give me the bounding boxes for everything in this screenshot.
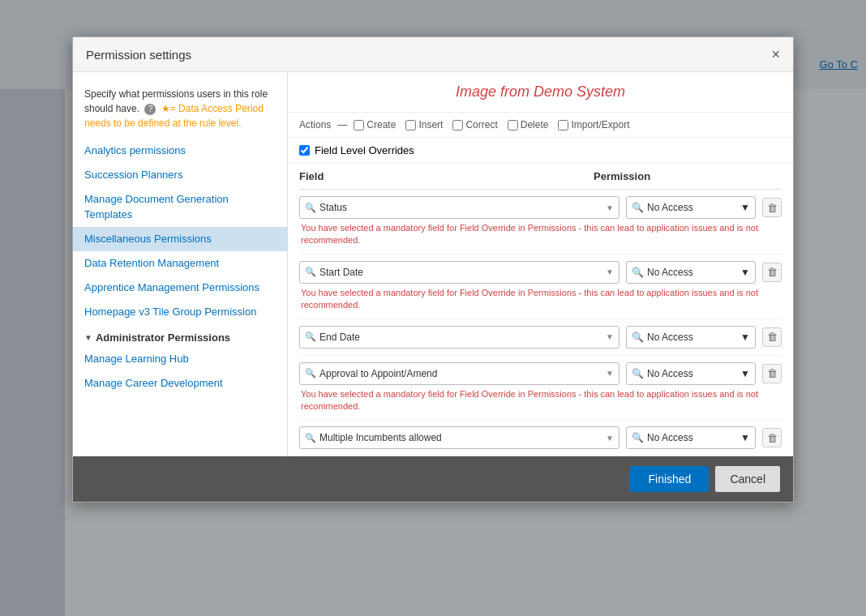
chevron-down-icon: ▼ [606, 267, 614, 276]
enddate-field-value: End Date [319, 332, 360, 343]
chevron-down-icon: ▼ [740, 332, 750, 343]
incumbents-delete-button[interactable]: 🗑 [762, 428, 782, 447]
action-checkboxes: Create Insert Correct Delete [354, 119, 629, 130]
approval-field-value: Approval to Appoint/Amend [319, 368, 437, 379]
importexport-label: Import/Export [571, 119, 629, 130]
modal-sidebar: Specify what permissions users in this r… [73, 72, 288, 456]
dash-separator: — [337, 119, 347, 130]
startdate-delete-button[interactable]: 🗑 [762, 263, 782, 282]
table-row: 🔍 Start Date ▼ 🔍 No Access ▼ [299, 255, 782, 319]
startdate-field-select[interactable]: 🔍 Start Date ▼ [299, 261, 619, 284]
magnifier-icon: 🔍 [305, 332, 316, 342]
cancel-button[interactable]: Cancel [715, 466, 780, 492]
magnifier-icon: 🔍 [632, 368, 644, 379]
table-row: 🔍 Multiple Incumbents allowed ▼ 🔍 No Acc… [299, 420, 782, 456]
enddate-field-select[interactable]: 🔍 End Date ▼ [299, 326, 619, 349]
status-permission-select[interactable]: 🔍 No Access ▼ [626, 196, 756, 219]
sidebar-link-succession[interactable]: Succession Planners [73, 163, 287, 187]
startdate-permission-select[interactable]: 🔍 No Access ▼ [626, 261, 756, 284]
modal-footer: Finished Cancel [73, 456, 793, 502]
field-table: Field Permission 🔍 Status [288, 164, 793, 456]
row-incumbents-main: 🔍 Multiple Incumbents allowed ▼ 🔍 No Acc… [299, 426, 782, 449]
chevron-down-icon: ▼ [740, 432, 750, 443]
sidebar-link-data-retention[interactable]: Data Retention Management [73, 251, 287, 276]
chevron-down-icon: ▼ [606, 332, 614, 341]
incumbents-field-select[interactable]: 🔍 Multiple Incumbents allowed ▼ [299, 426, 619, 449]
enddate-delete-button[interactable]: 🗑 [762, 327, 782, 347]
status-delete-button[interactable]: 🗑 [762, 198, 782, 217]
enddate-permission-select[interactable]: 🔍 No Access ▼ [626, 326, 756, 349]
startdate-warning: You have selected a mandatory field for … [299, 287, 782, 312]
table-header: Field Permission [299, 164, 782, 190]
incumbents-field-value: Multiple Incumbents allowed [319, 432, 442, 443]
sidebar-link-document[interactable]: Manage Document Generation Templates [73, 187, 287, 226]
importexport-checkbox[interactable] [558, 120, 568, 130]
row-startdate-main: 🔍 Start Date ▼ 🔍 No Access ▼ [299, 261, 782, 284]
chevron-down-icon: ▼ [606, 203, 614, 212]
modal-close-button[interactable]: × [771, 47, 780, 62]
magnifier-icon: 🔍 [305, 203, 316, 213]
status-field-value: Status [319, 202, 347, 213]
sidebar-header: Specify what permissions users in this r… [73, 82, 287, 139]
sidebar-link-analytics[interactable]: Analytics permissions [73, 139, 287, 163]
delete-label: Delete [521, 119, 549, 130]
chevron-down-icon: ▼ [606, 434, 614, 443]
row-status-main: 🔍 Status ▼ 🔍 No Access ▼ [299, 196, 782, 219]
sidebar-link-learning-hub[interactable]: Manage Learning Hub [73, 347, 287, 371]
section-arrow-icon: ▼ [84, 333, 92, 342]
approval-warning: You have selected a mandatory field for … [299, 388, 782, 413]
create-checkbox[interactable] [354, 120, 364, 130]
delete-checkbox-label: Delete [508, 119, 549, 130]
modal-overlay: Permission settings × Specify what permi… [0, 0, 866, 616]
magnifier-icon: 🔍 [632, 432, 644, 443]
approval-field-select[interactable]: 🔍 Approval to Appoint/Amend ▼ [299, 362, 619, 385]
insert-checkbox-label: Insert [405, 119, 443, 130]
create-label: Create [367, 119, 396, 130]
correct-checkbox[interactable] [452, 120, 463, 130]
sidebar-link-apprentice[interactable]: Apprentice Management Permissions [73, 276, 287, 300]
delete-checkbox[interactable] [508, 120, 518, 130]
help-icon[interactable]: ? [144, 104, 156, 115]
magnifier-icon: 🔍 [632, 267, 644, 278]
chevron-down-icon: ▼ [606, 369, 614, 378]
importexport-checkbox-label: Import/Export [558, 119, 629, 130]
row-enddate-main: 🔍 End Date ▼ 🔍 No Access ▼ [299, 326, 782, 349]
chevron-down-icon: ▼ [740, 368, 750, 379]
modal-body: Specify what permissions users in this r… [73, 72, 793, 456]
approval-delete-button[interactable]: 🗑 [762, 364, 782, 383]
status-permission-value: No Access [647, 202, 693, 213]
actions-label: Actions [299, 119, 331, 130]
demo-banner: Image from Demo System [288, 72, 793, 113]
magnifier-icon: 🔍 [632, 332, 644, 343]
finished-button[interactable]: Finished [630, 466, 709, 492]
approval-permission-select[interactable]: 🔍 No Access ▼ [626, 362, 756, 385]
status-warning: You have selected a mandatory field for … [299, 222, 782, 247]
sidebar-link-career-dev[interactable]: Manage Career Development [73, 371, 287, 396]
correct-label: Correct [465, 119, 497, 130]
correct-checkbox-label: Correct [452, 119, 497, 130]
permission-settings-modal: Permission settings × Specify what permi… [72, 36, 794, 503]
action-column-header [756, 170, 782, 182]
field-overrides-label: Field Level Overrides [315, 144, 414, 156]
startdate-permission-value: No Access [647, 267, 693, 278]
chevron-down-icon: ▼ [740, 202, 750, 213]
magnifier-icon: 🔍 [305, 368, 316, 379]
insert-label: Insert [418, 119, 443, 130]
create-checkbox-label: Create [354, 119, 396, 130]
incumbents-permission-select[interactable]: 🔍 No Access ▼ [626, 426, 756, 449]
modal-title: Permission settings [86, 48, 191, 62]
row-approval-main: 🔍 Approval to Appoint/Amend ▼ 🔍 No Acces… [299, 362, 782, 385]
table-row: 🔍 End Date ▼ 🔍 No Access ▼ [299, 319, 782, 356]
sidebar-link-homepage[interactable]: Homepage v3 Tile Group Permission [73, 300, 287, 324]
magnifier-icon: 🔍 [305, 433, 316, 443]
magnifier-icon: 🔍 [305, 267, 316, 277]
admin-permissions-section: ▼ Administrator Permissions [73, 325, 287, 347]
field-overrides-checkbox[interactable] [299, 145, 310, 156]
insert-checkbox[interactable] [405, 120, 416, 130]
table-row: 🔍 Status ▼ 🔍 No Access ▼ [299, 190, 782, 255]
modal-right-content: Image from Demo System Actions — Create … [288, 72, 793, 456]
sidebar-link-miscellaneous[interactable]: Miscellaneous Permissions [73, 227, 287, 251]
status-field-select[interactable]: 🔍 Status ▼ [299, 196, 619, 219]
field-column-header: Field [299, 170, 594, 182]
table-row: 🔍 Approval to Appoint/Amend ▼ 🔍 No Acces… [299, 356, 782, 421]
